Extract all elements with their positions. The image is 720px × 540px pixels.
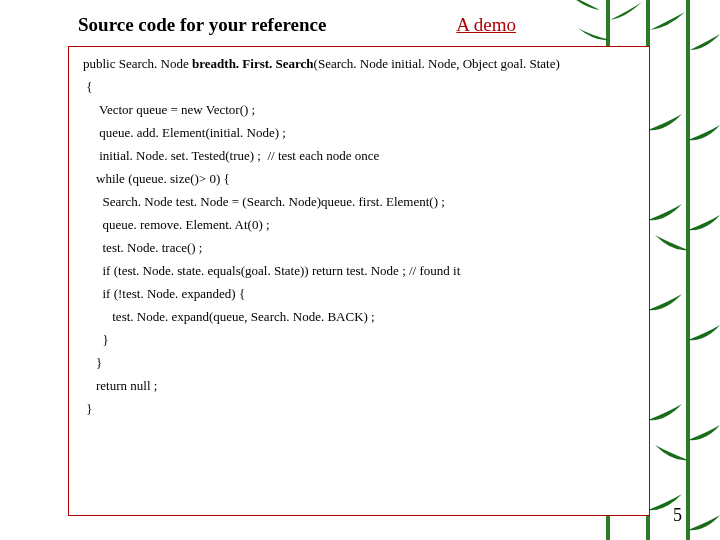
code-line: }	[83, 333, 635, 346]
code-line: if (!test. Node. expanded) {	[83, 287, 635, 300]
code-signature: public Search. Node breadth. First. Sear…	[83, 57, 635, 70]
code-line: if (test. Node. state. equals(goal. Stat…	[83, 264, 635, 277]
code-line: Vector queue = new Vector() ;	[83, 103, 635, 116]
code-line: queue. remove. Element. At(0) ;	[83, 218, 635, 231]
slide-title: Source code for your reference	[78, 14, 326, 36]
demo-link[interactable]: A demo	[456, 14, 516, 36]
page-number: 5	[673, 505, 682, 526]
code-line: }	[83, 356, 635, 369]
code-container: public Search. Node breadth. First. Sear…	[68, 46, 650, 516]
slide-header: Source code for your reference A demo	[78, 14, 642, 36]
code-line: }	[83, 402, 635, 415]
code-line: test. Node. trace() ;	[83, 241, 635, 254]
code-line: initial. Node. set. Tested(true) ; // te…	[83, 149, 635, 162]
code-line: return null ;	[83, 379, 635, 392]
code-line: Search. Node test. Node = (Search. Node)…	[83, 195, 635, 208]
code-line: test. Node. expand(queue, Search. Node. …	[83, 310, 635, 323]
code-line: {	[83, 80, 635, 93]
code-line: while (queue. size()> 0) {	[83, 172, 635, 185]
code-line: queue. add. Element(initial. Node) ;	[83, 126, 635, 139]
